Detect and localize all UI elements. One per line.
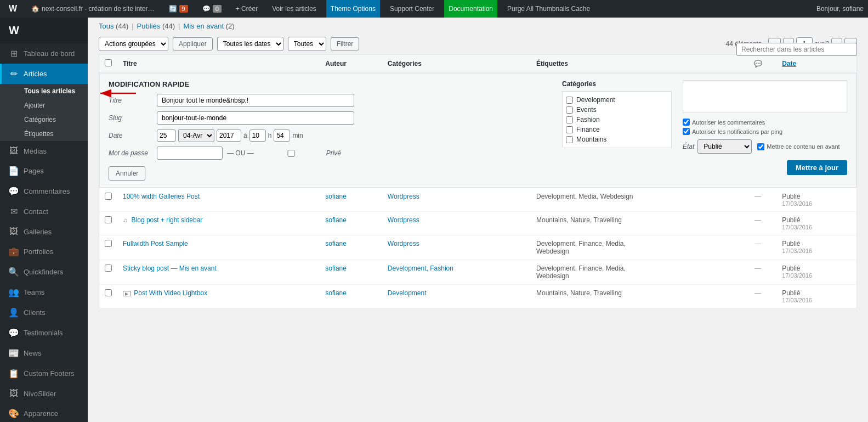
slug-input[interactable] [157,111,354,125]
bulk-actions-select[interactable]: Actions groupées [99,37,168,51]
qe-categories: Catégories Development Event [562,80,672,181]
sidebar-item-teams[interactable]: 👥 Teams [0,282,88,302]
wp-logo[interactable]: W [4,0,21,18]
sidebar-item-pages[interactable]: 📄 Pages [0,161,88,181]
view-articles-link[interactable]: Voir les articles [268,0,321,18]
post-title-link[interactable]: Blog post + right sidebar [132,216,203,224]
row-checkbox[interactable] [105,289,112,296]
post-title-link[interactable]: Post With Video Lightbox [134,289,207,297]
filter-tous[interactable]: Tous (44) [99,22,128,30]
allow-comments-label: Autoriser les commentaires [683,119,847,126]
qe-state: État Publié Brouillon Mettre ce contenu … [683,139,847,154]
post-tags: Development, Finance, Media,Webdesign [531,235,739,260]
support-center-link[interactable]: Support Center [385,0,439,18]
date-hour-input[interactable] [249,130,266,142]
select-all-checkbox[interactable] [105,59,112,66]
table-row: Sticky blog post — Mis en avant sofiane … [99,260,857,285]
row-checkbox[interactable] [105,216,112,223]
sidebar-item-news[interactable]: 📰 News [0,343,88,363]
cat-events-checkbox[interactable] [566,106,573,114]
titre-label: Titre [109,97,152,104]
filter-publies[interactable]: Publiés (44) [137,22,175,30]
create-link[interactable]: + Créer [231,0,262,18]
date-min-input[interactable] [274,130,290,142]
post-comments: — [739,285,776,308]
col-tags: Étiquettes [531,55,739,73]
theme-options-link[interactable]: Theme Options [326,0,380,18]
filter-mis-en-avant[interactable]: Mis en avant (2) [183,22,234,30]
table-row: 100% width Galleries Post sofiane Wordpr… [99,188,857,212]
prive-checkbox[interactable] [258,150,324,157]
titre-input[interactable] [157,94,354,107]
filtrer-button[interactable]: Filtrer [331,37,360,50]
submenu-ajouter[interactable]: Ajouter [18,98,88,112]
submenu-etiquettes[interactable]: Étiquettes [18,127,88,141]
row-checkbox[interactable] [105,193,112,200]
row-checkbox[interactable] [105,240,112,247]
allow-ping-checkbox[interactable] [683,128,690,135]
updates-count: 9 [179,5,188,13]
purge-cache-link[interactable]: Purge All Thumbnails Cache [503,0,594,18]
nivoslider-label: NivoSlider [24,390,56,398]
post-title-link[interactable]: 100% width Galleries Post [123,193,200,200]
cat-mountains-checkbox[interactable] [566,136,573,143]
dashboard-icon: ⊞ [8,48,19,59]
password-input[interactable] [157,147,223,160]
updates-link[interactable]: 🔄 9 [164,0,192,18]
col-title[interactable]: Titre [117,55,320,73]
post-author: sofiane [320,188,382,212]
update-button[interactable]: Mettre à jour [787,160,847,175]
sidebar-item-portfolios[interactable]: 💼 Portfolios [0,241,88,262]
row-checkbox[interactable] [105,265,112,272]
submenu-tous-les-articles[interactable]: Tous les articles [18,84,88,98]
date-label: Date [109,132,152,139]
documentation-link[interactable]: Documentation [444,0,497,18]
tags-area[interactable] [683,80,847,113]
search-input[interactable] [736,43,857,56]
submenu-categories[interactable]: Catégories [18,112,88,127]
sticky-checkbox[interactable] [757,143,764,150]
cat-finance-checkbox[interactable] [566,126,573,133]
sidebar-item-medias[interactable]: 🖼 Médias [0,141,88,161]
comments-link[interactable]: 💬 0 [198,0,226,18]
post-tags: Mountains, Nature, Travelling [531,285,739,308]
table-row: ♫ Blog post + right sidebar sofiane Word… [99,212,857,235]
post-title-link[interactable]: Fullwidth Post Sample [123,240,188,247]
sidebar-item-custom-footers[interactable]: 📋 Custom Footers [0,363,88,384]
categories-filter-select[interactable]: Toutes [288,37,326,51]
main-content: Tous (44) | Publiés (44) | Mis en avant … [88,18,868,422]
sidebar-item-articles[interactable]: ✏ Articles [0,64,88,84]
teams-label: Teams [24,288,44,296]
date-month-select[interactable]: 04-Avr [178,129,214,142]
sidebar-item-galleries[interactable]: 🖼 Galleries [0,222,88,241]
date-day-input[interactable] [157,130,176,142]
appliquer-button[interactable]: Appliquer [173,37,213,50]
etat-select[interactable]: Publié Brouillon [697,139,752,154]
sidebar-item-commentaires[interactable]: 💬 Commentaires [0,181,88,201]
sidebar-item-quickfinders[interactable]: 🔍 Quickfinders [0,262,88,282]
tous-label: Tous [99,22,114,30]
search-box [736,43,857,56]
sidebar-item-clients[interactable]: 👤 Clients [0,302,88,323]
tous-count: (44) [116,22,128,30]
annuler-button[interactable]: Annuler [109,166,145,181]
sidebar-item-apparence[interactable]: 🎨 Apparence [0,403,88,422]
cat-development-checkbox[interactable] [566,97,573,104]
sidebar-item-dashboard[interactable]: ⊞ Tableau de bord [0,43,88,64]
post-title-link[interactable]: Sticky blog post — Mis en avant [123,265,217,272]
date-year-input[interactable] [217,130,241,142]
wp-logo-sidebar: W [9,24,19,37]
medias-icon: 🖼 [8,146,19,156]
sidebar-item-nivoslider[interactable]: 🖼 NivoSlider [0,384,88,403]
col-comments[interactable]: 💬 [739,55,776,73]
quickfinders-label: Quickfinders [24,268,63,276]
posts-table: Titre Auteur Catégories Étiquettes 💬 Dat… [99,54,857,308]
cat-fashion-checkbox[interactable] [566,116,573,123]
sidebar-item-contact[interactable]: ✉ Contact [0,201,88,222]
dates-filter-select[interactable]: Toutes les dates [217,37,283,51]
post-title-cell: Fullwidth Post Sample [117,235,320,260]
allow-comments-checkbox[interactable] [683,119,690,126]
site-name-link[interactable]: 🏠 next-conseil.fr - création de site int… [27,0,158,18]
sidebar-item-testimonials[interactable]: 💬 Testimonials [0,323,88,343]
col-date[interactable]: Date [776,55,856,73]
